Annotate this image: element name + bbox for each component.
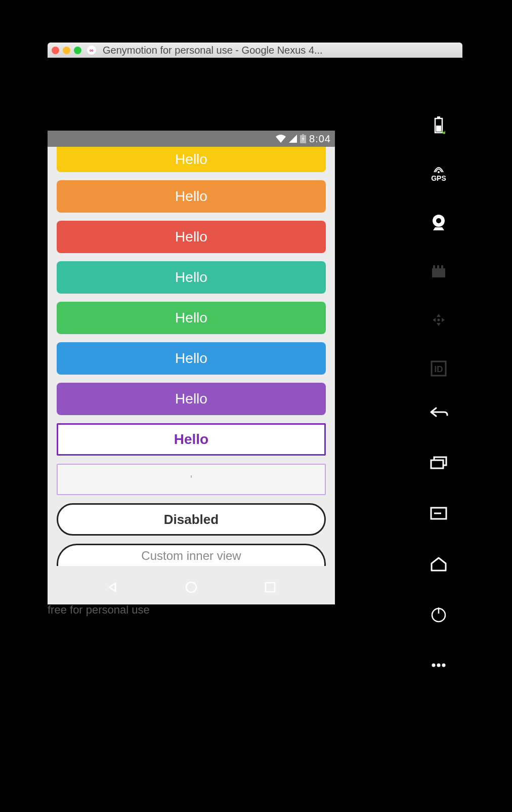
hello-button-purple[interactable]: Hello bbox=[57, 383, 326, 415]
device-screen: 8:04 Hello Hello Hello Hello Hello Hello… bbox=[48, 131, 335, 604]
emulator-body: 8:04 Hello Hello Hello Hello Hello Hello… bbox=[48, 58, 462, 706]
svg-rect-5 bbox=[437, 116, 440, 118]
hello-button-teal[interactable]: Hello bbox=[57, 261, 326, 294]
svg-rect-12 bbox=[437, 265, 439, 269]
android-status-bar: 8:04 bbox=[48, 131, 335, 147]
svg-point-23 bbox=[432, 664, 436, 667]
svg-point-24 bbox=[437, 664, 441, 667]
more-tool-icon[interactable] bbox=[429, 655, 449, 675]
custom-inner-view-button[interactable]: Custom inner view bbox=[57, 544, 326, 566]
footer-text: free for personal use bbox=[48, 603, 150, 617]
wifi-icon bbox=[276, 135, 286, 143]
svg-rect-6 bbox=[436, 126, 441, 132]
genymotion-nav-toolbar bbox=[426, 402, 451, 675]
genymotion-toolbar: GPS ID bbox=[426, 115, 451, 379]
hello-button-blue[interactable]: Hello bbox=[57, 342, 326, 375]
remote-control-tool-icon[interactable] bbox=[429, 310, 449, 330]
screencast-tool-icon[interactable] bbox=[429, 261, 449, 281]
svg-rect-3 bbox=[266, 583, 275, 592]
svg-text:ID: ID bbox=[435, 364, 443, 374]
android-nav-bar bbox=[48, 574, 335, 600]
disabled-button: Disabled bbox=[57, 503, 326, 536]
svg-point-7 bbox=[438, 171, 440, 173]
svg-rect-11 bbox=[433, 265, 435, 269]
identifier-tool-icon[interactable]: ID bbox=[429, 358, 449, 379]
hello-button-red[interactable]: Hello bbox=[57, 221, 326, 253]
back-button[interactable] bbox=[105, 580, 119, 594]
window-title: Genymotion for personal use - Google Nex… bbox=[103, 45, 323, 56]
hello-button-amber[interactable]: Hello bbox=[57, 147, 326, 172]
svg-rect-10 bbox=[432, 268, 445, 277]
status-bar-clock: 8:04 bbox=[309, 133, 331, 145]
svg-point-9 bbox=[436, 218, 441, 223]
hello-button-orange[interactable]: Hello bbox=[57, 180, 326, 213]
gps-tool-icon[interactable]: GPS bbox=[429, 164, 449, 184]
svg-rect-18 bbox=[431, 460, 443, 468]
maximize-icon[interactable] bbox=[74, 47, 81, 54]
battery-tool-icon[interactable] bbox=[429, 115, 449, 136]
battery-charging-icon bbox=[300, 134, 306, 143]
hello-button-green[interactable]: Hello bbox=[57, 302, 326, 334]
close-icon[interactable] bbox=[52, 47, 59, 54]
webcam-tool-icon[interactable] bbox=[429, 213, 449, 233]
home-button[interactable] bbox=[184, 580, 198, 594]
home-tool-icon[interactable] bbox=[429, 554, 449, 574]
button-outlined-light[interactable]: ' bbox=[57, 464, 326, 495]
signal-icon bbox=[289, 135, 297, 143]
svg-point-2 bbox=[186, 582, 196, 592]
emulator-window: ∞ Genymotion for personal use - Google N… bbox=[48, 43, 462, 706]
app-content: Hello Hello Hello Hello Hello Hello Hell… bbox=[48, 147, 335, 604]
minimize-icon[interactable] bbox=[63, 47, 70, 54]
svg-point-25 bbox=[442, 664, 446, 667]
back-tool-icon[interactable] bbox=[429, 402, 449, 422]
recent-apps-button[interactable] bbox=[263, 580, 277, 594]
svg-rect-1 bbox=[302, 134, 304, 135]
menu-tool-icon[interactable] bbox=[429, 503, 449, 523]
power-tool-icon[interactable] bbox=[429, 604, 449, 625]
genymotion-app-icon: ∞ bbox=[87, 46, 96, 55]
window-titlebar: ∞ Genymotion for personal use - Google N… bbox=[48, 43, 462, 58]
svg-point-14 bbox=[438, 319, 440, 321]
svg-rect-13 bbox=[441, 265, 443, 269]
hello-button-outlined[interactable]: Hello bbox=[57, 423, 326, 456]
recent-tool-icon[interactable] bbox=[429, 453, 449, 473]
